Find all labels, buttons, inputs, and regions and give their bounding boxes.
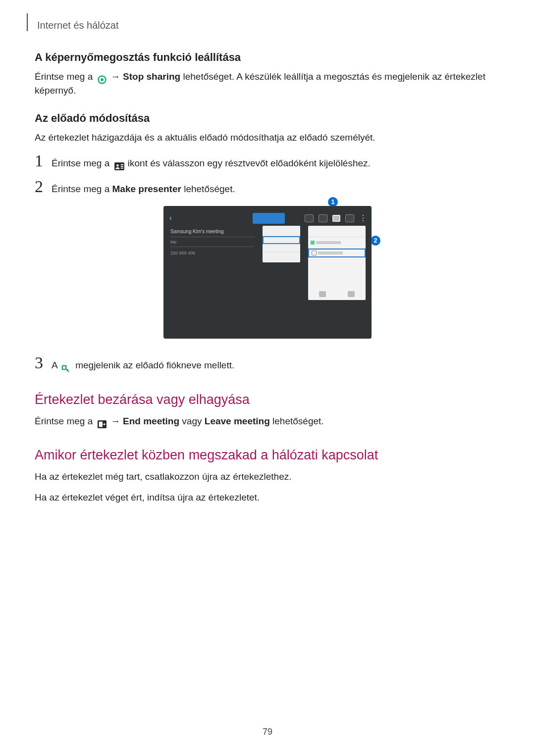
svg-point-1 xyxy=(101,78,104,81)
callout-1: 1 xyxy=(328,197,338,207)
svg-rect-4 xyxy=(120,164,123,165)
arrow-icon: → xyxy=(111,71,123,82)
text: megjelenik az előadó fiókneve mellett. xyxy=(75,360,234,370)
text: vagy xyxy=(182,416,204,426)
share-circle-icon xyxy=(97,72,107,82)
callout-2: 2 xyxy=(371,236,380,246)
menu-item-highlighted xyxy=(263,236,300,244)
step-number: 1 xyxy=(35,151,52,170)
heading-stop-sharing: A képernyőmegosztás funkció leállítása xyxy=(35,51,500,64)
mic-icon xyxy=(319,214,327,222)
participant-row-highlighted xyxy=(308,249,366,257)
text: ikont és válasszon egy résztvevőt előadó… xyxy=(128,158,371,168)
paragraph-restart: Ha az értekezlet véget ért, indítsa újra… xyxy=(35,491,500,504)
paragraph-close-leave: Érintse meg a → End meeting vagy Leave m… xyxy=(35,414,500,428)
participants-panel xyxy=(308,226,366,300)
people-icon xyxy=(113,159,124,169)
text: A xyxy=(52,360,60,370)
text: Érintse meg a xyxy=(52,158,112,168)
arrow-icon: → xyxy=(111,416,123,426)
panel-icon xyxy=(319,291,326,297)
heading-change-presenter: Az előadó módosítása xyxy=(35,112,500,125)
svg-rect-8 xyxy=(63,366,65,369)
bold-make-presenter: Make presenter xyxy=(112,184,181,194)
paragraph-intro: Az értekezlet házigazdája és a aktuális … xyxy=(35,131,500,145)
step-1: 1 Érintse meg a ikont és válasszon egy r… xyxy=(35,151,500,170)
page-header: Internet és hálózat xyxy=(35,20,500,31)
step-number: 2 xyxy=(35,177,52,196)
svg-point-3 xyxy=(116,164,119,167)
meta-host: Me xyxy=(170,240,177,245)
svg-rect-10 xyxy=(99,421,102,427)
paragraph-reconnect: Ha az értekezlet még tart, csatlakozzon … xyxy=(35,470,500,484)
panel-icon xyxy=(348,291,355,297)
figure-meeting-screenshot: 1 2 3 ‹ ⋮ Samsung Kim's meeting Me 220 9… xyxy=(163,206,372,339)
heading-close-leave: Értekezlet bezárása vagy elhagyása xyxy=(35,392,500,407)
participant-row xyxy=(308,237,366,249)
presenter-badge-icon xyxy=(61,361,72,371)
text: Érintse meg a xyxy=(35,416,96,426)
step-3: 3 A megjelenik az előadó fiókneve mellet… xyxy=(35,353,500,372)
paragraph-stop-sharing: Érintse meg a → Stop sharing lehetőséget… xyxy=(35,70,500,97)
exit-icon xyxy=(345,214,354,222)
bold-stop-sharing: Stop sharing xyxy=(123,71,180,82)
step-number: 3 xyxy=(35,353,52,372)
step-2: 2 Érintse meg a Make presenter lehetőség… xyxy=(35,177,500,196)
meta-id: 220 909 406 xyxy=(170,251,195,255)
text: lehetőséget. xyxy=(272,416,324,426)
menu-item xyxy=(263,252,300,260)
share-button xyxy=(253,213,285,224)
text: Érintse meg a xyxy=(52,184,112,194)
text: lehetőséget. xyxy=(184,184,235,194)
text: Érintse meg a xyxy=(35,71,96,82)
panel-bottom-icons xyxy=(308,291,366,297)
page-number: 79 xyxy=(0,727,535,737)
svg-rect-6 xyxy=(120,167,123,168)
bold-end-meeting: End meeting xyxy=(123,416,179,426)
bold-leave-meeting: Leave meeting xyxy=(205,416,270,426)
menu-item xyxy=(263,228,300,236)
meeting-title: Samsung Kim's meeting xyxy=(170,229,224,234)
people-box-icon xyxy=(332,215,340,222)
panel-header xyxy=(308,226,366,237)
back-arrow-icon: ‹ xyxy=(169,214,172,222)
camera-icon xyxy=(305,214,314,222)
menu-item xyxy=(263,244,300,252)
exit-door-icon xyxy=(97,417,107,427)
svg-rect-5 xyxy=(120,166,123,167)
tablet-screenshot: ‹ ⋮ Samsung Kim's meeting Me 220 909 406 xyxy=(163,206,372,339)
context-menu xyxy=(263,226,300,262)
heading-network-lost: Amikor értekezlet közben megszakad a hál… xyxy=(35,448,500,463)
overflow-icon: ⋮ xyxy=(359,216,367,221)
